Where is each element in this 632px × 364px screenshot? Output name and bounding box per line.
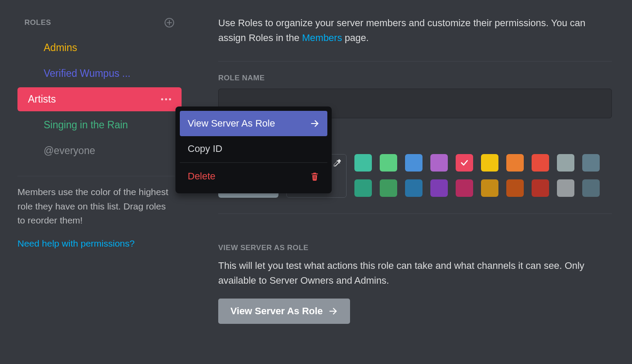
color-swatch[interactable]: [557, 179, 574, 197]
view-as-role-description: This will let you test what actions this…: [218, 258, 612, 288]
color-swatch[interactable]: [380, 154, 397, 172]
role-name-label: ROLE NAME: [218, 74, 612, 82]
role-item[interactable]: Admins: [17, 36, 182, 60]
role-item-label: Artists: [26, 93, 56, 105]
sidebar-divider: [17, 176, 175, 176]
menu-divider: [180, 162, 327, 163]
add-role-button[interactable]: [164, 17, 175, 28]
color-swatch[interactable]: [405, 154, 422, 172]
sidebar-note: Members use the color of the highest rol…: [0, 185, 192, 228]
sidebar-title: ROLES: [24, 18, 51, 27]
menu-view-as-role-label: View Server As Role: [188, 118, 275, 129]
role-item[interactable]: Singing in the Rain: [17, 113, 182, 137]
color-swatch[interactable]: [532, 154, 549, 172]
color-swatch[interactable]: [582, 179, 600, 197]
arrow-right-icon: [328, 306, 338, 316]
role-item[interactable]: Verified Wumpus ...: [17, 62, 182, 86]
view-as-role-label: VIEW SERVER AS ROLE: [218, 244, 612, 252]
color-swatch[interactable]: [380, 179, 397, 197]
main-divider-2: [218, 213, 612, 214]
role-item-label: Singing in the Rain: [42, 119, 128, 131]
menu-delete-label: Delete: [188, 171, 216, 182]
color-swatch[interactable]: [354, 179, 372, 197]
permissions-help-link[interactable]: Need help with permissions?: [0, 228, 192, 249]
role-item-label: Verified Wumpus ...: [42, 68, 131, 79]
arrow-right-icon: [310, 119, 319, 128]
more-options-icon[interactable]: [161, 98, 171, 100]
role-item[interactable]: Artists: [17, 87, 182, 111]
intro-suffix: page.: [342, 32, 369, 43]
color-swatch[interactable]: [557, 154, 574, 172]
menu-copy-id-label: Copy ID: [188, 143, 222, 155]
roles-sidebar: ROLES AdminsVerified Wumpus ...ArtistsSi…: [0, 0, 192, 364]
color-swatch-grid: [354, 154, 600, 197]
color-swatch[interactable]: [481, 154, 498, 172]
menu-copy-id[interactable]: Copy ID: [180, 136, 327, 161]
color-swatch[interactable]: [430, 179, 448, 197]
color-swatch[interactable]: [354, 154, 372, 172]
check-icon: [460, 158, 469, 167]
color-swatch[interactable]: [506, 179, 524, 197]
trash-icon: [310, 172, 319, 181]
color-swatch[interactable]: [506, 154, 524, 172]
intro-prefix: Use Roles to organize your server member…: [218, 17, 585, 43]
color-swatch[interactable]: [532, 179, 549, 197]
color-swatch[interactable]: [456, 179, 473, 197]
color-swatch[interactable]: [456, 154, 473, 172]
intro-text: Use Roles to organize your server member…: [218, 16, 612, 45]
color-swatch[interactable]: [582, 154, 600, 172]
view-button-label: View Server As Role: [230, 306, 323, 317]
color-swatch[interactable]: [405, 179, 422, 197]
main-divider: [218, 61, 612, 62]
color-swatch[interactable]: [430, 154, 448, 172]
role-item-label: Admins: [42, 42, 77, 54]
color-swatch[interactable]: [481, 179, 498, 197]
role-item[interactable]: @everyone: [17, 139, 182, 163]
role-item-label: @everyone: [42, 145, 95, 157]
eyedropper-icon: [332, 158, 342, 169]
role-context-menu: View Server As Role Copy ID Delete: [175, 106, 332, 193]
menu-delete[interactable]: Delete: [180, 164, 327, 189]
view-server-as-role-button[interactable]: View Server As Role: [218, 299, 350, 324]
members-link[interactable]: Members: [302, 32, 342, 43]
menu-view-as-role[interactable]: View Server As Role: [180, 111, 327, 136]
plus-circle-icon: [164, 17, 175, 28]
